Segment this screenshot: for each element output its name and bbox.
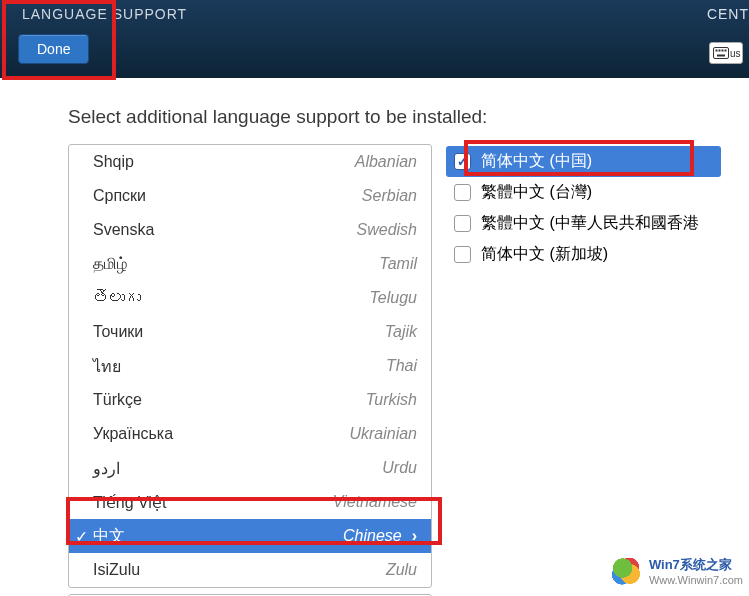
language-row[interactable]: СрпскиSerbian — [69, 179, 431, 213]
language-row[interactable]: தமிழ்Tamil — [69, 247, 431, 281]
language-native-name: Точики — [93, 323, 385, 341]
language-row[interactable]: IsiZuluZulu — [69, 553, 431, 587]
watermark: Win7系统之家 Www.Winwin7.com — [609, 556, 743, 586]
language-native-name: ไทย — [93, 354, 386, 379]
language-english-name: Swedish — [357, 221, 417, 239]
locale-label: 简体中文 (新加坡) — [481, 244, 608, 265]
language-native-name: తెలుగు — [93, 289, 370, 307]
language-native-name: IsiZulu — [93, 561, 386, 579]
done-button[interactable]: Done — [18, 34, 89, 64]
watermark-title: Win7系统之家 — [649, 556, 743, 574]
language-english-name: Turkish — [366, 391, 417, 409]
language-english-name: Albanian — [355, 153, 417, 171]
language-row[interactable]: తెలుగుTelugu — [69, 281, 431, 315]
watermark-logo-icon — [609, 556, 643, 586]
locale-list: 简体中文 (中国)繁體中文 (台灣)繁體中文 (中華人民共和國香港简体中文 (新… — [446, 144, 721, 596]
language-row[interactable]: УкраїнськаUkrainian — [69, 417, 431, 451]
language-english-name: Tajik — [385, 323, 417, 341]
language-row[interactable]: اردوUrdu — [69, 451, 431, 485]
language-english-name: Serbian — [362, 187, 417, 205]
language-native-name: 中文 — [93, 526, 343, 547]
check-icon: ✓ — [75, 527, 88, 546]
language-native-name: தமிழ் — [93, 255, 379, 273]
header-bar: LANGUAGE SUPPORT CENT Done us — [0, 0, 749, 78]
svg-rect-3 — [722, 50, 724, 52]
language-english-name: Thai — [386, 357, 417, 375]
chevron-right-icon: › — [412, 527, 417, 545]
language-english-name: Telugu — [370, 289, 417, 307]
locale-checkbox[interactable] — [454, 184, 471, 201]
language-native-name: Svenska — [93, 221, 357, 239]
locale-checkbox[interactable] — [454, 246, 471, 263]
locale-checkbox[interactable] — [454, 153, 471, 170]
keyboard-layout-indicator[interactable]: us — [709, 42, 743, 64]
language-native-name: Српски — [93, 187, 362, 205]
header-brand: CENT — [707, 6, 749, 22]
language-row[interactable]: ShqipAlbanian — [69, 145, 431, 179]
watermark-url: Www.Winwin7.com — [649, 574, 743, 586]
language-row[interactable]: TürkçeTurkish — [69, 383, 431, 417]
svg-rect-2 — [719, 50, 721, 52]
locale-row[interactable]: 繁體中文 (台灣) — [446, 177, 721, 208]
language-row[interactable]: ✓中文Chinese› — [69, 519, 431, 553]
language-row[interactable]: SvenskaSwedish — [69, 213, 431, 247]
language-native-name: Tiếng Việt — [93, 493, 333, 512]
locale-row[interactable]: 简体中文 (新加坡) — [446, 239, 721, 270]
svg-rect-5 — [717, 55, 725, 57]
locale-row[interactable]: 繁體中文 (中華人民共和國香港 — [446, 208, 721, 239]
instruction-text: Select additional language support to be… — [68, 106, 721, 128]
locale-row[interactable]: 简体中文 (中国) — [446, 146, 721, 177]
language-row[interactable]: ไทยThai — [69, 349, 431, 383]
keyboard-layout-label: us — [730, 48, 741, 59]
language-english-name: Urdu — [382, 459, 417, 477]
keyboard-icon — [713, 46, 729, 60]
language-native-name: Українська — [93, 425, 349, 443]
locale-label: 繁體中文 (台灣) — [481, 182, 592, 203]
language-english-name: Tamil — [379, 255, 417, 273]
language-english-name: Chinese — [343, 527, 402, 545]
locale-checkbox[interactable] — [454, 215, 471, 232]
language-native-name: Türkçe — [93, 391, 366, 409]
svg-rect-4 — [725, 50, 727, 52]
svg-rect-1 — [716, 50, 718, 52]
language-native-name: اردو — [93, 459, 382, 478]
page-title: LANGUAGE SUPPORT — [22, 6, 187, 22]
language-english-name: Vietnamese — [333, 493, 417, 511]
main-content: Select additional language support to be… — [0, 78, 749, 596]
language-native-name: Shqip — [93, 153, 355, 171]
language-list[interactable]: ShqipAlbanianСрпскиSerbianSvenskaSwedish… — [68, 144, 432, 588]
locale-label: 简体中文 (中国) — [481, 151, 592, 172]
language-english-name: Zulu — [386, 561, 417, 579]
language-english-name: Ukrainian — [349, 425, 417, 443]
language-row[interactable]: ТочикиTajik — [69, 315, 431, 349]
locale-label: 繁體中文 (中華人民共和國香港 — [481, 213, 699, 234]
svg-rect-0 — [714, 48, 729, 59]
language-row[interactable]: Tiếng ViệtVietnamese — [69, 485, 431, 519]
